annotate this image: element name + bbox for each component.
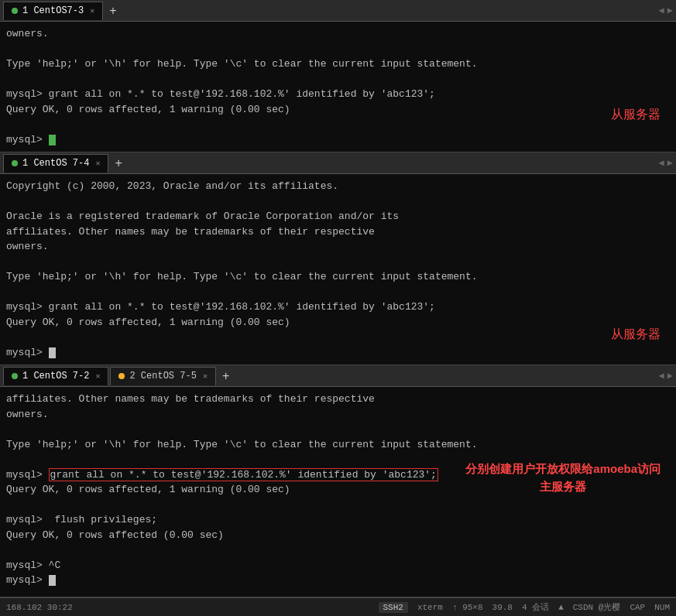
tab-close-3a[interactable]: ✕	[95, 371, 100, 381]
tab-centos7-5[interactable]: 2 CentOS 7-5 ✕	[110, 367, 215, 385]
tab-label-1: 1 CentOS7-3	[22, 5, 84, 16]
tab-close-3b[interactable]: ✕	[203, 371, 208, 381]
nav-right-2: ▶	[667, 157, 673, 169]
nav-left-1: ◀	[659, 5, 664, 16]
csdn-label: CSDN @光樱	[573, 601, 621, 613]
nav-arrows-2: ◀ ▶	[659, 157, 673, 169]
highlighted-command: grant all on *.* to test@'192.168.102.%'…	[49, 468, 438, 481]
tab-dot-3b	[118, 373, 125, 379]
up-arrow: ▲	[558, 603, 564, 612]
tab-close-1[interactable]: ✕	[90, 6, 94, 15]
terminal-content-1: owners. Type 'help;' or '\h' for help. T…	[0, 22, 676, 152]
tab-label-2: 1 CentOS 7-4	[22, 158, 89, 169]
tab-label-3a: 1 CentOS 7-2	[22, 371, 89, 382]
tab-bar-left-1: 1 CentOS7-3 ✕ +	[3, 2, 122, 20]
terminal-panel-1: 1 CentOS7-3 ✕ + ◀ ▶ owners. Type 'help;'…	[0, 0, 676, 152]
terminal-panel-2: 1 CentOS 7-4 ✕ + ◀ ▶ Copyright (c) 2000,…	[0, 152, 676, 365]
terminal-container: 1 CentOS7-3 ✕ + ◀ ▶ owners. Type 'help;'…	[0, 0, 676, 616]
content-line: owners.	[6, 407, 670, 423]
content-line: Query OK, 0 rows affected, 1 warning (0.…	[6, 315, 670, 330]
connections-label: 4 会话	[522, 601, 549, 613]
tab-bar-left-2: 1 CentOS 7-4 ✕ +	[3, 154, 127, 173]
tab-centos7-4[interactable]: 1 CentOS 7-4 ✕	[3, 154, 108, 173]
content-line: owners.	[6, 239, 670, 255]
status-left: 168.102 30:22	[6, 603, 73, 612]
terminal-panel-3: 1 CentOS 7-2 ✕ 2 CentOS 7-5 ✕ + ◀ ▶ affi…	[0, 365, 676, 597]
tab-close-2[interactable]: ✕	[95, 159, 100, 168]
tab-add-3[interactable]: +	[218, 368, 234, 384]
content-line	[6, 194, 670, 210]
nav-arrows-1: ◀ ▶	[659, 5, 673, 16]
tab-add-1[interactable]: +	[105, 3, 121, 19]
cursor-3	[49, 575, 56, 586]
annotation-2: 从服务器	[611, 325, 661, 344]
annotation-3a: 分别创建用户开放权限给amoeba访问	[465, 460, 661, 478]
annotation-3b: 主服务器	[465, 478, 661, 496]
content-line	[6, 330, 670, 345]
status-ip-time: 168.102 30:22	[6, 603, 73, 612]
ssh-badge: SSH2	[379, 602, 408, 613]
content-line: Copyright (c) 2000, 2023, Oracle and/or …	[6, 179, 670, 194]
nav-left-3: ◀	[659, 370, 664, 382]
tab-dot-1	[12, 8, 18, 14]
content-line	[6, 498, 670, 513]
tab-centos7-2[interactable]: 1 CentOS 7-2 ✕	[3, 367, 108, 385]
nav-arrows-3: ◀ ▶	[659, 370, 673, 382]
nav-left-2: ◀	[659, 157, 664, 169]
content-line: Query OK, 0 rows affected, 1 warning (0.…	[6, 102, 670, 118]
content-line: owners.	[6, 26, 670, 42]
num-label: NUM	[654, 603, 670, 612]
content-line	[6, 255, 670, 270]
terminal-content-3: affiliates. Other names may be trademark…	[0, 387, 676, 597]
content-line	[6, 117, 670, 132]
tab-bar-1: 1 CentOS7-3 ✕ + ◀ ▶	[0, 0, 676, 22]
content-line: mysql> grant all on *.* to test@'192.168…	[6, 299, 670, 315]
content-line	[6, 42, 670, 57]
content-line	[6, 72, 670, 87]
content-line: affiliates. Other names may be trademark…	[6, 224, 670, 240]
content-line: mysql>	[6, 345, 670, 361]
content-line: mysql>	[6, 132, 670, 148]
annotation-3-container: 分别创建用户开放权限给amoeba访问 主服务器	[465, 460, 661, 495]
status-bar: 168.102 30:22 SSH2 xterm ↑ 95×8 39.8 4 会…	[0, 597, 676, 616]
annotation-1: 从服务器	[611, 105, 661, 124]
content-line: affiliates. Other names may be trademark…	[6, 392, 670, 407]
tab-bar-left-3: 1 CentOS 7-2 ✕ 2 CentOS 7-5 ✕ +	[3, 367, 234, 385]
content-line: mysql> grant all on *.* to test@'192.168…	[6, 87, 670, 102]
tab-dot-2	[12, 160, 18, 166]
content-line	[6, 422, 670, 437]
cap-label: CAP	[630, 603, 645, 612]
content-line	[6, 542, 670, 558]
tab-add-2[interactable]: +	[110, 156, 126, 171]
content-line: Type 'help;' or '\h' for help. Type '\c'…	[6, 269, 670, 285]
nav-right-3: ▶	[667, 370, 673, 382]
cursor-2	[49, 347, 56, 358]
cursor-1	[49, 135, 56, 145]
xterm-label: xterm	[417, 603, 443, 612]
content-line: mysql> flush privileges;	[6, 512, 670, 528]
content-line: Type 'help;' or '\h' for help. Type '\c'…	[6, 437, 670, 453]
content-line: Query OK, 0 rows affected (0.00 sec)	[6, 528, 670, 543]
tab-dot-3a	[12, 373, 18, 379]
tab-centos7-3[interactable]: 1 CentOS7-3 ✕	[3, 2, 103, 20]
content-line: mysql> ^C	[6, 558, 670, 573]
size-label: ↑ 95×8	[452, 603, 483, 612]
memory-label: 39.8	[492, 603, 513, 612]
tab-bar-3: 1 CentOS 7-2 ✕ 2 CentOS 7-5 ✕ + ◀ ▶	[0, 365, 676, 387]
content-line	[6, 285, 670, 300]
tab-label-3b: 2 CentOS 7-5	[129, 371, 196, 382]
nav-right-1: ▶	[667, 5, 673, 16]
content-line: Type 'help;' or '\h' for help. Type '\c'…	[6, 56, 670, 72]
tab-bar-2: 1 CentOS 7-4 ✕ + ◀ ▶	[0, 152, 676, 174]
terminal-content-2: Copyright (c) 2000, 2023, Oracle and/or …	[0, 174, 676, 364]
status-right: SSH2 xterm ↑ 95×8 39.8 4 会话 ▲ CSDN @光樱 C…	[379, 601, 670, 613]
content-line: mysql>	[6, 573, 670, 588]
content-line: Oracle is a registered trademark of Orac…	[6, 209, 670, 224]
